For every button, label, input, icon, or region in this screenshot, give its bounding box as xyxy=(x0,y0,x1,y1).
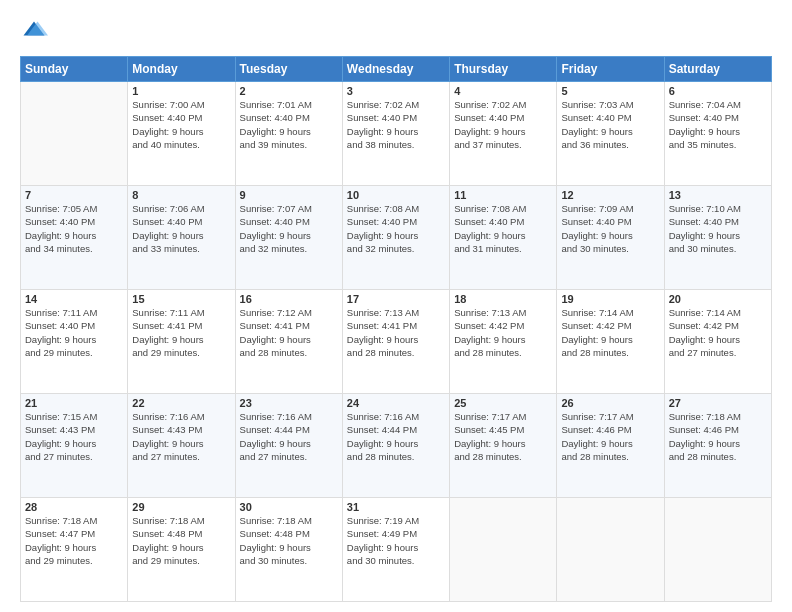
calendar-body: 1Sunrise: 7:00 AMSunset: 4:40 PMDaylight… xyxy=(21,82,772,602)
day-number: 3 xyxy=(347,85,445,97)
calendar-week-2: 7Sunrise: 7:05 AMSunset: 4:40 PMDaylight… xyxy=(21,186,772,290)
column-header-saturday: Saturday xyxy=(664,57,771,82)
calendar-cell: 1Sunrise: 7:00 AMSunset: 4:40 PMDaylight… xyxy=(128,82,235,186)
calendar-week-1: 1Sunrise: 7:00 AMSunset: 4:40 PMDaylight… xyxy=(21,82,772,186)
calendar-cell: 18Sunrise: 7:13 AMSunset: 4:42 PMDayligh… xyxy=(450,290,557,394)
calendar-cell: 21Sunrise: 7:15 AMSunset: 4:43 PMDayligh… xyxy=(21,394,128,498)
day-info: Sunrise: 7:04 AMSunset: 4:40 PMDaylight:… xyxy=(669,98,767,151)
day-number: 21 xyxy=(25,397,123,409)
header-row: SundayMondayTuesdayWednesdayThursdayFrid… xyxy=(21,57,772,82)
calendar-week-3: 14Sunrise: 7:11 AMSunset: 4:40 PMDayligh… xyxy=(21,290,772,394)
day-number: 14 xyxy=(25,293,123,305)
calendar-cell: 26Sunrise: 7:17 AMSunset: 4:46 PMDayligh… xyxy=(557,394,664,498)
calendar-cell: 2Sunrise: 7:01 AMSunset: 4:40 PMDaylight… xyxy=(235,82,342,186)
calendar-week-5: 28Sunrise: 7:18 AMSunset: 4:47 PMDayligh… xyxy=(21,498,772,602)
day-number: 1 xyxy=(132,85,230,97)
calendar-cell: 13Sunrise: 7:10 AMSunset: 4:40 PMDayligh… xyxy=(664,186,771,290)
calendar-cell: 14Sunrise: 7:11 AMSunset: 4:40 PMDayligh… xyxy=(21,290,128,394)
calendar-cell: 11Sunrise: 7:08 AMSunset: 4:40 PMDayligh… xyxy=(450,186,557,290)
day-number: 30 xyxy=(240,501,338,513)
day-info: Sunrise: 7:19 AMSunset: 4:49 PMDaylight:… xyxy=(347,514,445,567)
calendar-cell: 12Sunrise: 7:09 AMSunset: 4:40 PMDayligh… xyxy=(557,186,664,290)
day-number: 2 xyxy=(240,85,338,97)
calendar-cell: 15Sunrise: 7:11 AMSunset: 4:41 PMDayligh… xyxy=(128,290,235,394)
calendar-cell: 6Sunrise: 7:04 AMSunset: 4:40 PMDaylight… xyxy=(664,82,771,186)
day-number: 24 xyxy=(347,397,445,409)
day-number: 13 xyxy=(669,189,767,201)
calendar-cell: 27Sunrise: 7:18 AMSunset: 4:46 PMDayligh… xyxy=(664,394,771,498)
day-info: Sunrise: 7:13 AMSunset: 4:41 PMDaylight:… xyxy=(347,306,445,359)
day-info: Sunrise: 7:14 AMSunset: 4:42 PMDaylight:… xyxy=(669,306,767,359)
calendar-cell: 22Sunrise: 7:16 AMSunset: 4:43 PMDayligh… xyxy=(128,394,235,498)
calendar-cell: 29Sunrise: 7:18 AMSunset: 4:48 PMDayligh… xyxy=(128,498,235,602)
calendar-cell: 23Sunrise: 7:16 AMSunset: 4:44 PMDayligh… xyxy=(235,394,342,498)
calendar-cell: 30Sunrise: 7:18 AMSunset: 4:48 PMDayligh… xyxy=(235,498,342,602)
day-info: Sunrise: 7:00 AMSunset: 4:40 PMDaylight:… xyxy=(132,98,230,151)
day-number: 31 xyxy=(347,501,445,513)
logo-icon xyxy=(20,18,48,46)
day-info: Sunrise: 7:03 AMSunset: 4:40 PMDaylight:… xyxy=(561,98,659,151)
calendar-cell: 4Sunrise: 7:02 AMSunset: 4:40 PMDaylight… xyxy=(450,82,557,186)
day-number: 27 xyxy=(669,397,767,409)
day-info: Sunrise: 7:18 AMSunset: 4:47 PMDaylight:… xyxy=(25,514,123,567)
day-info: Sunrise: 7:15 AMSunset: 4:43 PMDaylight:… xyxy=(25,410,123,463)
day-number: 25 xyxy=(454,397,552,409)
day-number: 22 xyxy=(132,397,230,409)
calendar-cell: 24Sunrise: 7:16 AMSunset: 4:44 PMDayligh… xyxy=(342,394,449,498)
day-info: Sunrise: 7:16 AMSunset: 4:44 PMDaylight:… xyxy=(347,410,445,463)
day-number: 19 xyxy=(561,293,659,305)
day-info: Sunrise: 7:12 AMSunset: 4:41 PMDaylight:… xyxy=(240,306,338,359)
day-number: 29 xyxy=(132,501,230,513)
day-info: Sunrise: 7:02 AMSunset: 4:40 PMDaylight:… xyxy=(347,98,445,151)
day-info: Sunrise: 7:11 AMSunset: 4:40 PMDaylight:… xyxy=(25,306,123,359)
day-info: Sunrise: 7:09 AMSunset: 4:40 PMDaylight:… xyxy=(561,202,659,255)
day-info: Sunrise: 7:08 AMSunset: 4:40 PMDaylight:… xyxy=(454,202,552,255)
day-info: Sunrise: 7:11 AMSunset: 4:41 PMDaylight:… xyxy=(132,306,230,359)
day-info: Sunrise: 7:18 AMSunset: 4:48 PMDaylight:… xyxy=(132,514,230,567)
day-info: Sunrise: 7:05 AMSunset: 4:40 PMDaylight:… xyxy=(25,202,123,255)
day-info: Sunrise: 7:10 AMSunset: 4:40 PMDaylight:… xyxy=(669,202,767,255)
day-number: 8 xyxy=(132,189,230,201)
day-info: Sunrise: 7:16 AMSunset: 4:44 PMDaylight:… xyxy=(240,410,338,463)
day-number: 23 xyxy=(240,397,338,409)
calendar-cell: 3Sunrise: 7:02 AMSunset: 4:40 PMDaylight… xyxy=(342,82,449,186)
calendar-header: SundayMondayTuesdayWednesdayThursdayFrid… xyxy=(21,57,772,82)
day-number: 6 xyxy=(669,85,767,97)
column-header-friday: Friday xyxy=(557,57,664,82)
column-header-thursday: Thursday xyxy=(450,57,557,82)
day-info: Sunrise: 7:18 AMSunset: 4:48 PMDaylight:… xyxy=(240,514,338,567)
calendar-cell: 20Sunrise: 7:14 AMSunset: 4:42 PMDayligh… xyxy=(664,290,771,394)
day-info: Sunrise: 7:01 AMSunset: 4:40 PMDaylight:… xyxy=(240,98,338,151)
day-info: Sunrise: 7:17 AMSunset: 4:45 PMDaylight:… xyxy=(454,410,552,463)
day-info: Sunrise: 7:17 AMSunset: 4:46 PMDaylight:… xyxy=(561,410,659,463)
calendar-cell: 7Sunrise: 7:05 AMSunset: 4:40 PMDaylight… xyxy=(21,186,128,290)
calendar-cell xyxy=(664,498,771,602)
day-info: Sunrise: 7:02 AMSunset: 4:40 PMDaylight:… xyxy=(454,98,552,151)
column-header-wednesday: Wednesday xyxy=(342,57,449,82)
column-header-sunday: Sunday xyxy=(21,57,128,82)
calendar-cell xyxy=(21,82,128,186)
calendar-cell: 25Sunrise: 7:17 AMSunset: 4:45 PMDayligh… xyxy=(450,394,557,498)
column-header-tuesday: Tuesday xyxy=(235,57,342,82)
calendar-cell: 19Sunrise: 7:14 AMSunset: 4:42 PMDayligh… xyxy=(557,290,664,394)
day-number: 20 xyxy=(669,293,767,305)
column-header-monday: Monday xyxy=(128,57,235,82)
day-info: Sunrise: 7:06 AMSunset: 4:40 PMDaylight:… xyxy=(132,202,230,255)
calendar-table: SundayMondayTuesdayWednesdayThursdayFrid… xyxy=(20,56,772,602)
day-number: 9 xyxy=(240,189,338,201)
calendar-cell: 9Sunrise: 7:07 AMSunset: 4:40 PMDaylight… xyxy=(235,186,342,290)
day-number: 26 xyxy=(561,397,659,409)
calendar-cell: 16Sunrise: 7:12 AMSunset: 4:41 PMDayligh… xyxy=(235,290,342,394)
calendar-week-4: 21Sunrise: 7:15 AMSunset: 4:43 PMDayligh… xyxy=(21,394,772,498)
calendar-cell: 10Sunrise: 7:08 AMSunset: 4:40 PMDayligh… xyxy=(342,186,449,290)
day-info: Sunrise: 7:18 AMSunset: 4:46 PMDaylight:… xyxy=(669,410,767,463)
calendar-cell: 28Sunrise: 7:18 AMSunset: 4:47 PMDayligh… xyxy=(21,498,128,602)
day-number: 17 xyxy=(347,293,445,305)
calendar-cell: 31Sunrise: 7:19 AMSunset: 4:49 PMDayligh… xyxy=(342,498,449,602)
day-number: 5 xyxy=(561,85,659,97)
day-number: 12 xyxy=(561,189,659,201)
day-info: Sunrise: 7:13 AMSunset: 4:42 PMDaylight:… xyxy=(454,306,552,359)
day-info: Sunrise: 7:14 AMSunset: 4:42 PMDaylight:… xyxy=(561,306,659,359)
day-info: Sunrise: 7:07 AMSunset: 4:40 PMDaylight:… xyxy=(240,202,338,255)
day-number: 7 xyxy=(25,189,123,201)
